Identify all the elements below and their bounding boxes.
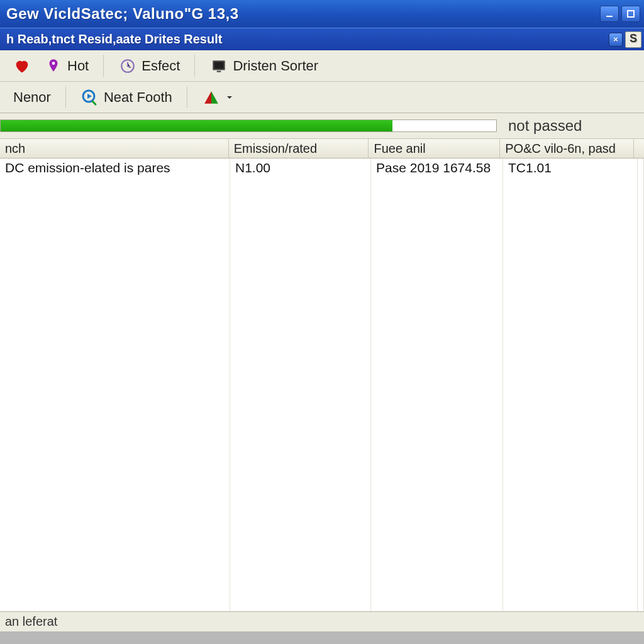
nenor-button[interactable]: Nenor xyxy=(6,86,58,109)
progress-bar xyxy=(0,119,497,132)
dristen-sorter-button[interactable]: Dristen Sorter xyxy=(203,54,325,78)
window-titlebar: Gew VicldSatec; Valuno"G 13,3 xyxy=(0,0,644,28)
sorter-label: Dristen Sorter xyxy=(233,58,318,74)
status-bar: an leferat xyxy=(0,611,644,631)
triangle-dropdown-button[interactable] xyxy=(196,86,241,109)
svg-rect-0 xyxy=(606,16,613,17)
toolbar-separator xyxy=(187,86,188,108)
main-toolbar: Hot Esfect Dristen Sorter xyxy=(0,50,644,82)
table-row[interactable]: DC emission-elated is pares N1.00 Pase 2… xyxy=(0,158,644,177)
svg-rect-1 xyxy=(628,11,634,17)
column-header[interactable]: nch xyxy=(0,139,229,158)
secondary-toolbar: Nenor Neat Footh xyxy=(0,82,644,113)
progress-row: not passed xyxy=(0,113,644,138)
document-controls: × S xyxy=(609,31,641,48)
progress-fill xyxy=(1,120,392,131)
doc-close-button[interactable]: × xyxy=(609,33,623,47)
toolbar-separator xyxy=(103,55,104,76)
esfect-label: Esfect xyxy=(142,58,180,74)
triangle-icon xyxy=(203,89,220,106)
table-header-row: nch Emission/rated Fuee anil PO&C vilo-6… xyxy=(0,138,644,158)
cell: Pase 2019 1674.58 xyxy=(371,160,503,175)
heart-button[interactable] xyxy=(6,54,38,78)
clock-icon xyxy=(119,57,136,75)
column-header[interactable]: Fuee anil xyxy=(369,139,500,158)
results-grid[interactable]: DC emission-elated is pares N1.00 Pase 2… xyxy=(0,158,644,611)
window-title: Gew VicldSatec; Valuno"G 13,3 xyxy=(6,5,600,23)
pin-hot-button[interactable]: Hot xyxy=(38,54,96,78)
document-titlebar: h Reab,tnct Resid,aate Drites Result × S xyxy=(0,28,644,50)
esfect-button[interactable]: Esfect xyxy=(112,54,187,78)
monitor-icon xyxy=(210,57,228,75)
toolbar-separator xyxy=(194,55,196,76)
document-title: h Reab,tnct Resid,aate Drites Result xyxy=(6,32,609,47)
map-pin-icon xyxy=(45,57,62,75)
cell: TC1.01 xyxy=(503,160,638,175)
svg-rect-6 xyxy=(217,70,221,72)
cell: DC emission-elated is pares xyxy=(0,160,230,175)
nenor-label: Nenor xyxy=(13,89,51,106)
column-header[interactable] xyxy=(634,139,644,158)
column-header[interactable]: PO&C vilo-6n, pasd xyxy=(500,139,634,158)
maximize-button[interactable] xyxy=(621,6,640,22)
progress-status-text: not passed xyxy=(497,117,582,135)
minimize-button[interactable] xyxy=(600,6,619,22)
toolbar-separator xyxy=(65,86,67,108)
hot-label: Hot xyxy=(67,58,89,74)
cell: N1.00 xyxy=(230,160,371,175)
play-search-icon xyxy=(81,89,99,106)
neat-footh-button[interactable]: Neat Footh xyxy=(74,86,179,109)
window-buttons xyxy=(600,6,640,22)
neatfooth-label: Neat Footh xyxy=(104,89,172,106)
column-header[interactable]: Emission/rated xyxy=(229,139,369,158)
doc-s-button[interactable]: S xyxy=(625,31,641,48)
chevron-down-icon xyxy=(225,89,234,106)
svg-point-2 xyxy=(52,62,55,65)
svg-rect-5 xyxy=(214,62,224,69)
status-text: an leferat xyxy=(5,614,57,629)
heart-icon xyxy=(13,57,31,75)
